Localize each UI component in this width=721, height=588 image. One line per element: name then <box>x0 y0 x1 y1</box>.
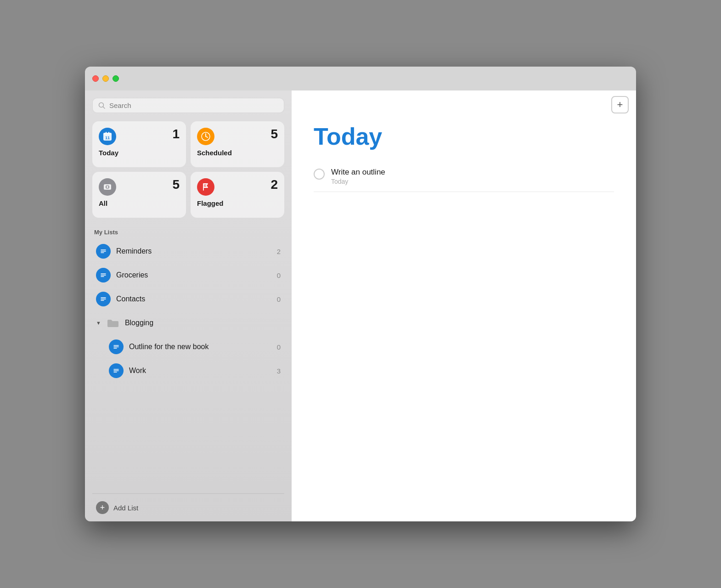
reminders-label: Reminders <box>116 247 271 255</box>
today-count: 1 <box>172 128 180 141</box>
scheduled-icon <box>197 128 214 145</box>
task-info: Write an outline Today <box>331 168 385 185</box>
table-row: Write an outline Today <box>314 161 614 192</box>
detail-title: Today <box>292 119 636 161</box>
smart-list-flagged[interactable]: 2 Flagged <box>191 172 284 218</box>
plus-icon: + <box>617 100 623 110</box>
maximize-button[interactable] <box>113 75 119 82</box>
smart-lists-grid: 11 1 Today <box>92 121 284 218</box>
flagged-icon <box>197 178 214 196</box>
scheduled-label: Scheduled <box>197 149 278 157</box>
outline-count: 0 <box>277 343 281 351</box>
add-list-button[interactable]: + Add List <box>92 493 284 521</box>
scheduled-count: 5 <box>270 128 278 141</box>
group-blogging-label: Blogging <box>125 319 281 327</box>
search-icon <box>98 102 106 109</box>
folder-icon <box>106 316 120 330</box>
work-icon <box>109 363 124 378</box>
groceries-icon <box>96 268 111 283</box>
list-item-reminders[interactable]: Reminders 2 <box>92 239 284 263</box>
task-subtitle: Today <box>331 178 385 185</box>
search-bar[interactable]: Search <box>92 98 284 113</box>
task-title: Write an outline <box>331 168 385 177</box>
smart-list-today[interactable]: 11 1 Today <box>92 121 186 167</box>
groceries-label: Groceries <box>116 271 271 279</box>
svg-line-9 <box>206 136 208 137</box>
all-label: All <box>99 199 180 207</box>
svg-rect-5 <box>106 132 107 134</box>
main-content: Search 11 <box>85 90 636 521</box>
add-list-label: Add List <box>113 504 138 512</box>
smart-list-scheduled[interactable]: 5 Scheduled <box>191 121 284 167</box>
group-blogging[interactable]: ▼ Blogging <box>92 311 284 335</box>
work-count: 3 <box>277 367 281 375</box>
svg-text:11: 11 <box>105 136 110 140</box>
today-icon: 11 <box>99 128 116 145</box>
contacts-icon <box>96 292 111 306</box>
all-icon <box>99 178 116 196</box>
groceries-count: 0 <box>277 271 281 279</box>
today-label: Today <box>99 149 180 157</box>
reminders-count: 2 <box>277 248 281 255</box>
title-bar <box>85 67 636 90</box>
my-lists-header: My Lists <box>92 229 284 236</box>
outline-label: Outline for the new book <box>129 343 271 351</box>
task-list: Write an outline Today <box>292 161 636 192</box>
list-item-contacts[interactable]: Contacts 0 <box>92 287 284 311</box>
svg-rect-6 <box>108 132 109 134</box>
search-placeholder: Search <box>109 102 131 109</box>
task-checkbox[interactable] <box>314 169 325 180</box>
detail-pane: + Today Write an outline Today <box>292 90 636 521</box>
add-task-button[interactable]: + <box>611 96 629 113</box>
traffic-lights <box>92 75 119 82</box>
minimize-button[interactable] <box>102 75 109 82</box>
svg-rect-3 <box>103 133 112 135</box>
detail-header: + <box>292 90 636 119</box>
add-icon: + <box>96 501 109 514</box>
list-item-groceries[interactable]: Groceries 0 <box>92 263 284 287</box>
flagged-count: 2 <box>270 178 278 191</box>
svg-rect-12 <box>107 186 108 188</box>
smart-list-all[interactable]: 5 All <box>92 172 186 218</box>
list-item-outline[interactable]: Outline for the new book 0 <box>92 335 284 359</box>
all-count: 5 <box>172 178 180 191</box>
app-window: Search 11 <box>85 67 636 521</box>
list-items: Reminders 2 Groceries 0 <box>92 239 284 493</box>
outline-icon <box>109 339 124 354</box>
contacts-count: 0 <box>277 295 281 303</box>
reminders-icon <box>96 244 111 259</box>
close-button[interactable] <box>92 75 99 82</box>
svg-line-1 <box>103 107 105 108</box>
flagged-label: Flagged <box>197 199 278 207</box>
chevron-down-icon: ▼ <box>96 320 101 326</box>
list-item-work[interactable]: Work 3 <box>92 359 284 383</box>
sidebar: Search 11 <box>85 90 292 521</box>
work-label: Work <box>129 367 271 375</box>
contacts-label: Contacts <box>116 295 271 303</box>
